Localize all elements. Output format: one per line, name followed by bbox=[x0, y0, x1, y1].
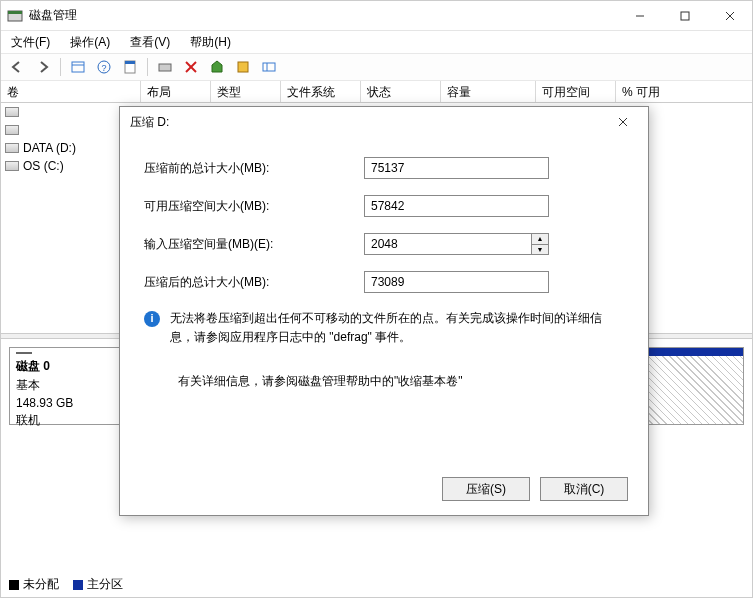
disk-status: 联机 bbox=[16, 412, 123, 429]
svg-rect-3 bbox=[681, 12, 689, 20]
shrink-dialog: 压缩 D: 压缩前的总计大小(MB): 75137 可用压缩空间大小(MB): … bbox=[119, 106, 649, 516]
dialog-title: 压缩 D: bbox=[130, 114, 608, 131]
forward-button[interactable] bbox=[31, 56, 55, 78]
delete-button[interactable] bbox=[179, 56, 203, 78]
label-size-before: 压缩前的总计大小(MB): bbox=[144, 160, 364, 177]
col-filesystem[interactable]: 文件系统 bbox=[281, 81, 361, 102]
info-icon: i bbox=[144, 311, 160, 327]
volume-name: DATA (D:) bbox=[23, 141, 76, 155]
disk-title: 磁盘 0 bbox=[16, 358, 123, 375]
col-volume[interactable]: 卷 bbox=[1, 81, 141, 102]
value-size-after: 73089 bbox=[364, 271, 549, 293]
disk-size: 148.93 GB bbox=[16, 396, 123, 410]
shrink-amount-spinner[interactable]: ▲ ▼ bbox=[364, 233, 549, 255]
help-button[interactable]: ? bbox=[92, 56, 116, 78]
menu-file[interactable]: 文件(F) bbox=[7, 32, 54, 53]
svg-text:?: ? bbox=[101, 63, 106, 73]
svg-rect-6 bbox=[72, 62, 84, 72]
col-layout[interactable]: 布局 bbox=[141, 81, 211, 102]
dialog-titlebar: 压缩 D: bbox=[120, 107, 648, 137]
refresh-button[interactable] bbox=[153, 56, 177, 78]
action2-button[interactable] bbox=[231, 56, 255, 78]
window-title: 磁盘管理 bbox=[29, 7, 617, 24]
close-button[interactable] bbox=[707, 1, 752, 30]
volume-icon bbox=[5, 125, 19, 135]
disk-type: 基本 bbox=[16, 377, 123, 394]
volume-icon bbox=[5, 107, 19, 117]
info-text: 无法将卷压缩到超出任何不可移动的文件所在的点。有关完成该操作时间的详细信息，请参… bbox=[170, 309, 624, 347]
value-size-before: 75137 bbox=[364, 157, 549, 179]
col-pctfree[interactable]: % 可用 bbox=[616, 81, 752, 102]
shrink-amount-input[interactable] bbox=[364, 233, 531, 255]
col-type[interactable]: 类型 bbox=[211, 81, 281, 102]
disk-info: 磁盘 0 基本 148.93 GB 联机 bbox=[10, 348, 130, 424]
toolbar: ? bbox=[1, 53, 752, 81]
svg-rect-15 bbox=[238, 62, 248, 72]
volume-name: OS (C:) bbox=[23, 159, 64, 173]
shrink-button[interactable]: 压缩(S) bbox=[442, 477, 530, 501]
svg-rect-12 bbox=[159, 64, 171, 71]
col-status[interactable]: 状态 bbox=[361, 81, 441, 102]
maximize-button[interactable] bbox=[662, 1, 707, 30]
menu-help[interactable]: 帮助(H) bbox=[186, 32, 235, 53]
col-capacity[interactable]: 容量 bbox=[441, 81, 536, 102]
volume-list-header: 卷 布局 类型 文件系统 状态 容量 可用空间 % 可用 bbox=[1, 81, 752, 103]
minimize-button[interactable] bbox=[617, 1, 662, 30]
window-titlebar: 磁盘管理 bbox=[1, 1, 752, 31]
legend: 未分配 主分区 bbox=[9, 576, 123, 593]
spin-up-button[interactable]: ▲ bbox=[532, 234, 548, 245]
menu-view[interactable]: 查看(V) bbox=[126, 32, 174, 53]
action1-button[interactable] bbox=[205, 56, 229, 78]
legend-primary: 主分区 bbox=[73, 576, 123, 593]
disk-icon bbox=[16, 352, 32, 354]
dialog-close-button[interactable] bbox=[608, 114, 638, 130]
label-amount: 输入压缩空间量(MB)(E): bbox=[144, 236, 364, 253]
label-avail: 可用压缩空间大小(MB): bbox=[144, 198, 364, 215]
legend-unallocated: 未分配 bbox=[9, 576, 59, 593]
spin-down-button[interactable]: ▼ bbox=[532, 245, 548, 255]
menu-bar: 文件(F) 操作(A) 查看(V) 帮助(H) bbox=[1, 31, 752, 53]
col-freespace[interactable]: 可用空间 bbox=[536, 81, 616, 102]
action3-button[interactable] bbox=[257, 56, 281, 78]
svg-rect-11 bbox=[125, 61, 135, 64]
volume-icon bbox=[5, 161, 19, 171]
svg-rect-16 bbox=[263, 63, 275, 71]
volume-icon bbox=[5, 143, 19, 153]
properties-button[interactable] bbox=[118, 56, 142, 78]
svg-rect-1 bbox=[8, 11, 22, 14]
back-button[interactable] bbox=[5, 56, 29, 78]
value-avail: 57842 bbox=[364, 195, 549, 217]
cancel-button[interactable]: 取消(C) bbox=[540, 477, 628, 501]
view-list-button[interactable] bbox=[66, 56, 90, 78]
label-size-after: 压缩后的总计大小(MB): bbox=[144, 274, 364, 291]
reference-text: 有关详细信息，请参阅磁盘管理帮助中的"收缩基本卷" bbox=[178, 373, 624, 390]
menu-action[interactable]: 操作(A) bbox=[66, 32, 114, 53]
app-icon bbox=[7, 8, 23, 24]
